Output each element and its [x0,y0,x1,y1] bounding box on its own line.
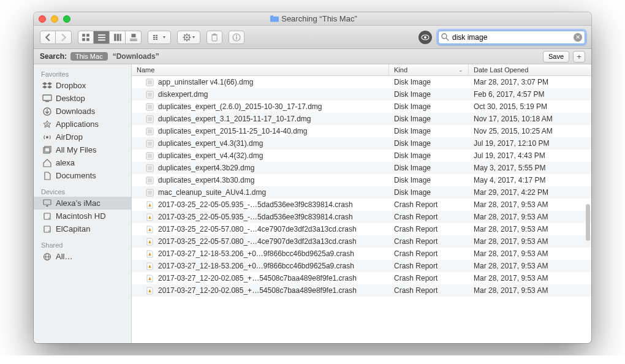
search-field-wrap: ✕ [438,31,585,44]
minimize-button[interactable] [51,15,58,23]
table-row[interactable]: duplicates_expert_(2.6.0)_2015-10-30_17-… [132,100,591,113]
table-row[interactable]: app_uninstaller v4.1(66).dmg Disk Image … [132,76,591,88]
sidebar-item-documents[interactable]: Documents [34,169,131,182]
disk-image-icon [145,164,154,173]
file-date: Nov 25, 2015, 10:25 AM [469,127,591,135]
info-button[interactable] [229,31,244,44]
svg-rect-90 [150,290,150,291]
file-kind: Disk Image [389,102,469,111]
table-row[interactable]: duplicates_expert_3.1_2015-11-17_10-17.d… [132,113,591,125]
zoom-button[interactable] [63,15,70,23]
home-icon [42,159,52,167]
table-row[interactable]: 2017-03-25_22-05-05.935_-…5dad536ee3f9c8… [132,199,591,211]
svg-rect-15 [153,35,155,36]
sidebar-item-dropbox[interactable]: Dropbox [34,79,131,92]
svg-line-29 [184,39,185,40]
sidebar-item-alexa-s-imac[interactable]: Alexa’s iMac [34,197,131,210]
table-row[interactable]: duplicates_expert_2015-11-25_10-14-40.dm… [132,125,591,137]
scrollbar-thumb[interactable] [586,204,590,241]
svg-point-39 [442,34,447,39]
table-row[interactable]: diskexpert.dmg Disk Image Feb 6, 2017, 4… [132,88,591,100]
sidebar-item-label: Applications [56,119,99,129]
file-kind: Crash Report [389,274,469,282]
table-row[interactable]: 2017-03-27_12-20-02.085_+…54508c7baa489e… [132,272,591,284]
sidebar-item-airdrop[interactable]: AirDrop [34,131,131,143]
arrange-button[interactable]: ▾ [148,31,171,44]
back-button[interactable] [40,31,56,44]
table-row[interactable]: 2017-03-27_12-18-53.206_+0…9f866bcc46bd9… [132,260,591,272]
file-date: Mar 28, 2017, 9:53 AM [469,225,591,233]
imac-icon [42,199,52,208]
scope-this-mac[interactable]: This Mac [70,52,108,61]
file-date: Mar 28, 2017, 3:07 PM [469,78,591,86]
svg-rect-19 [156,37,157,38]
table-row[interactable]: duplicates_expert_v4.4(32).dmg Disk Imag… [132,150,591,162]
table-row[interactable]: 2017-03-27_12-20-02.085_+…54508c7baa489e… [132,284,591,297]
info-icon [232,33,241,42]
file-kind: Disk Image [389,78,469,86]
file-kind: Crash Report [389,225,469,233]
toolbar: ▾ ▾ ✕ [34,26,591,49]
file-list[interactable]: app_uninstaller v4.1(66).dmg Disk Image … [132,76,591,343]
svg-rect-87 [150,267,150,268]
svg-rect-16 [153,37,155,38]
crash-report-icon [145,262,154,271]
chevron-down-icon: ⌄ [458,67,463,73]
file-name: duplicates_expert4.3b29.dmg [158,164,254,172]
file-date: Jul 19, 2017, 12:10 PM [469,139,591,148]
column-header-row: Name Kind⌄ Date Last Opened [132,64,591,76]
sidebar-item-downloads[interactable]: Downloads [34,105,131,118]
search-icon [441,33,449,41]
table-row[interactable]: mac_cleanup_suite_AUv4.1.dmg Disk Image … [132,186,591,199]
close-button[interactable] [39,15,46,23]
crash-report-icon [145,200,154,210]
table-row[interactable]: duplicates_expert4.3b29.dmg Disk Image M… [132,162,591,174]
disk-icon [42,225,52,233]
table-row[interactable]: duplicates_expert_v4.3(31).dmg Disk Imag… [132,137,591,150]
gear-icon [183,33,191,42]
svg-rect-8 [98,39,105,40]
svg-rect-65 [148,129,152,134]
add-criteria-button[interactable]: + [573,51,585,63]
file-name: diskexpert.dmg [158,90,208,99]
table-row[interactable]: 2017-03-27_12-18-53.206_+0…9f866bcc46bd9… [132,248,591,260]
sidebar-item-all-my-files[interactable]: All My Files [34,143,131,156]
svg-line-27 [184,34,185,36]
table-row[interactable]: duplicates_expert4.3b30.dmg Disk Image M… [132,174,591,186]
sidebar-item-label: alexa [56,158,75,167]
sidebar-item-applications[interactable]: AApplications [34,118,131,131]
column-header-kind[interactable]: Kind⌄ [389,64,469,75]
sidebar-item-all-[interactable]: All… [34,250,131,263]
tag-button[interactable] [419,31,432,44]
titlebar[interactable]: Searching “This Mac” [34,12,591,26]
column-header-date[interactable]: Date Last Opened [469,64,591,75]
sidebar-item-alexa[interactable]: alexa [34,156,131,169]
column-view-button[interactable] [110,31,126,44]
table-row[interactable]: 2017-03-25_22-05-05.935_-…5dad536ee3f9c8… [132,211,591,223]
file-date: Mar 29, 2017, 4:22 PM [469,188,591,197]
table-row[interactable]: 2017-03-25_22-05-57.080_-…4ce7907de3df2d… [132,235,591,248]
sidebar-item-desktop[interactable]: Desktop [34,92,131,105]
sidebar-item-label: Downloads [56,107,95,116]
svg-line-30 [189,34,190,36]
documents-icon [42,172,52,180]
table-row[interactable]: 2017-03-25_22-05-57.080_-…4ce7907de3df2d… [132,223,591,235]
list-view-button[interactable] [94,31,110,44]
sidebar-item-elcapitan[interactable]: ElCapitan [34,222,131,235]
forward-button[interactable] [56,31,72,44]
svg-rect-13 [130,39,137,39]
action-button[interactable]: ▾ [177,31,200,44]
icon-view-button[interactable] [78,31,94,44]
trash-button[interactable] [206,31,222,44]
save-search-button[interactable]: Save [543,51,569,63]
file-date: Mar 28, 2017, 9:53 AM [469,200,591,209]
disk-image-icon [145,127,154,136]
scope-downloads[interactable]: “Downloads” [113,52,159,61]
column-header-name[interactable]: Name [132,64,389,75]
coverflow-view-button[interactable] [126,31,142,44]
svg-line-40 [446,38,449,40]
search-input[interactable] [438,31,585,44]
clear-search-button[interactable]: ✕ [574,33,582,42]
sidebar-item-macintosh-hd[interactable]: Macintosh HD [34,210,131,222]
file-date: Jul 19, 2017, 4:43 PM [469,151,591,160]
